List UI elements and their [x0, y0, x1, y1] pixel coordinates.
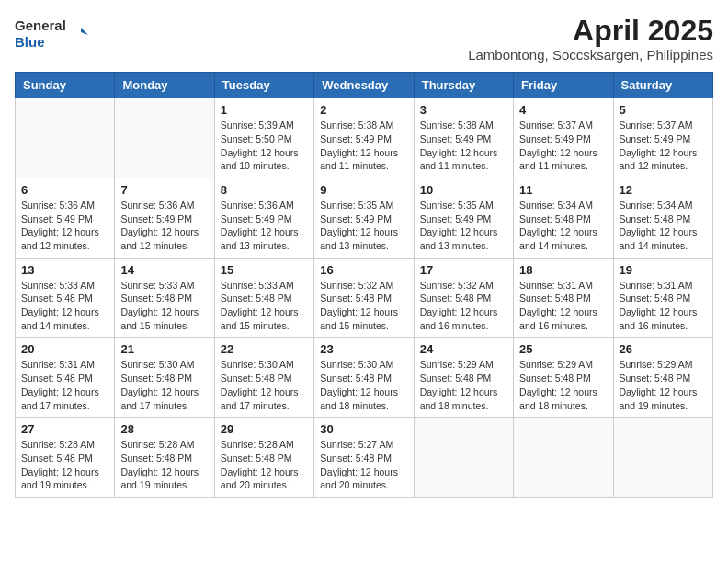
day-info: Sunrise: 5:28 AMSunset: 5:48 PMDaylight:…	[120, 438, 208, 492]
day-cell-23: 23Sunrise: 5:30 AMSunset: 5:48 PMDayligh…	[314, 338, 414, 418]
day-number: 18	[519, 263, 607, 277]
day-cell-22: 22Sunrise: 5:30 AMSunset: 5:48 PMDayligh…	[214, 338, 313, 418]
day-info: Sunrise: 5:33 AMSunset: 5:48 PMDaylight:…	[120, 279, 208, 333]
day-cell-21: 21Sunrise: 5:30 AMSunset: 5:48 PMDayligh…	[115, 338, 214, 418]
empty-cell	[613, 418, 712, 498]
day-info: Sunrise: 5:33 AMSunset: 5:48 PMDaylight:…	[221, 279, 308, 333]
day-cell-18: 18Sunrise: 5:31 AMSunset: 5:48 PMDayligh…	[514, 258, 613, 338]
day-info: Sunrise: 5:27 AMSunset: 5:48 PMDaylight:…	[320, 438, 407, 492]
day-number: 11	[519, 183, 607, 197]
day-number: 25	[519, 342, 607, 356]
svg-text:Blue: Blue	[15, 34, 45, 50]
day-cell-8: 8Sunrise: 5:36 AMSunset: 5:49 PMDaylight…	[214, 178, 313, 258]
day-info: Sunrise: 5:32 AMSunset: 5:48 PMDaylight:…	[320, 279, 407, 333]
weekday-header-friday: Friday	[514, 73, 613, 98]
logo-svg: General Blue	[15, 15, 88, 52]
day-cell-11: 11Sunrise: 5:34 AMSunset: 5:48 PMDayligh…	[514, 178, 613, 258]
calendar-row: 20Sunrise: 5:31 AMSunset: 5:48 PMDayligh…	[16, 338, 713, 418]
header: General Blue April 2025 Lambontong, Socc…	[15, 15, 713, 63]
day-cell-1: 1Sunrise: 5:39 AMSunset: 5:50 PMDaylight…	[214, 98, 313, 178]
day-cell-30: 30Sunrise: 5:27 AMSunset: 5:48 PMDayligh…	[314, 418, 414, 498]
day-cell-17: 17Sunrise: 5:32 AMSunset: 5:48 PMDayligh…	[414, 258, 513, 338]
day-info: Sunrise: 5:35 AMSunset: 5:49 PMDaylight:…	[320, 199, 407, 253]
day-number: 6	[21, 183, 108, 197]
day-cell-7: 7Sunrise: 5:36 AMSunset: 5:49 PMDaylight…	[115, 178, 214, 258]
day-number: 10	[420, 183, 507, 197]
day-info: Sunrise: 5:34 AMSunset: 5:48 PMDaylight:…	[519, 199, 607, 253]
day-number: 20	[21, 342, 108, 356]
weekday-header-sunday: Sunday	[16, 73, 115, 98]
day-info: Sunrise: 5:29 AMSunset: 5:48 PMDaylight:…	[620, 358, 707, 412]
weekday-header-thursday: Thursday	[414, 73, 513, 98]
day-number: 9	[320, 183, 407, 197]
day-number: 22	[221, 342, 308, 356]
day-info: Sunrise: 5:36 AMSunset: 5:49 PMDaylight:…	[21, 199, 108, 253]
day-info: Sunrise: 5:38 AMSunset: 5:49 PMDaylight:…	[320, 119, 407, 173]
title-area: April 2025 Lambontong, Soccsksargen, Phi…	[468, 15, 713, 63]
day-info: Sunrise: 5:36 AMSunset: 5:49 PMDaylight:…	[221, 199, 308, 253]
day-info: Sunrise: 5:36 AMSunset: 5:49 PMDaylight:…	[120, 199, 208, 253]
day-cell-16: 16Sunrise: 5:32 AMSunset: 5:48 PMDayligh…	[314, 258, 414, 338]
calendar-row: 27Sunrise: 5:28 AMSunset: 5:48 PMDayligh…	[16, 418, 713, 498]
day-cell-9: 9Sunrise: 5:35 AMSunset: 5:49 PMDaylight…	[314, 178, 414, 258]
day-number: 2	[320, 103, 407, 117]
day-info: Sunrise: 5:30 AMSunset: 5:48 PMDaylight:…	[320, 358, 407, 412]
day-number: 17	[420, 263, 507, 277]
day-cell-14: 14Sunrise: 5:33 AMSunset: 5:48 PMDayligh…	[115, 258, 214, 338]
day-info: Sunrise: 5:32 AMSunset: 5:48 PMDaylight:…	[420, 279, 507, 333]
day-info: Sunrise: 5:28 AMSunset: 5:48 PMDaylight:…	[21, 438, 108, 492]
day-number: 30	[320, 422, 407, 436]
day-number: 19	[620, 263, 707, 277]
day-cell-24: 24Sunrise: 5:29 AMSunset: 5:48 PMDayligh…	[414, 338, 513, 418]
day-cell-15: 15Sunrise: 5:33 AMSunset: 5:48 PMDayligh…	[214, 258, 313, 338]
day-info: Sunrise: 5:28 AMSunset: 5:48 PMDaylight:…	[221, 438, 308, 492]
calendar-row: 13Sunrise: 5:33 AMSunset: 5:48 PMDayligh…	[16, 258, 713, 338]
day-info: Sunrise: 5:29 AMSunset: 5:48 PMDaylight:…	[420, 358, 507, 412]
day-number: 28	[120, 422, 208, 436]
weekday-header-monday: Monday	[115, 73, 214, 98]
day-info: Sunrise: 5:33 AMSunset: 5:48 PMDaylight:…	[21, 279, 108, 333]
day-cell-28: 28Sunrise: 5:28 AMSunset: 5:48 PMDayligh…	[115, 418, 214, 498]
location-title: Lambontong, Soccsksargen, Philippines	[468, 47, 713, 63]
day-number: 29	[221, 422, 308, 436]
svg-text:General: General	[15, 17, 66, 33]
day-cell-6: 6Sunrise: 5:36 AMSunset: 5:49 PMDaylight…	[16, 178, 115, 258]
day-info: Sunrise: 5:35 AMSunset: 5:49 PMDaylight:…	[420, 199, 507, 253]
day-info: Sunrise: 5:37 AMSunset: 5:49 PMDaylight:…	[620, 119, 707, 173]
day-number: 16	[320, 263, 407, 277]
day-cell-3: 3Sunrise: 5:38 AMSunset: 5:49 PMDaylight…	[414, 98, 513, 178]
day-cell-29: 29Sunrise: 5:28 AMSunset: 5:48 PMDayligh…	[214, 418, 313, 498]
day-info: Sunrise: 5:37 AMSunset: 5:49 PMDaylight:…	[519, 119, 607, 173]
day-number: 23	[320, 342, 407, 356]
empty-cell	[115, 98, 214, 178]
weekday-header-tuesday: Tuesday	[214, 73, 313, 98]
day-info: Sunrise: 5:30 AMSunset: 5:48 PMDaylight:…	[221, 358, 308, 412]
day-number: 1	[221, 103, 308, 117]
day-cell-2: 2Sunrise: 5:38 AMSunset: 5:49 PMDaylight…	[314, 98, 414, 178]
day-cell-19: 19Sunrise: 5:31 AMSunset: 5:48 PMDayligh…	[613, 258, 712, 338]
day-info: Sunrise: 5:29 AMSunset: 5:48 PMDaylight:…	[519, 358, 607, 412]
calendar-row: 1Sunrise: 5:39 AMSunset: 5:50 PMDaylight…	[16, 98, 713, 178]
day-info: Sunrise: 5:31 AMSunset: 5:48 PMDaylight:…	[21, 358, 108, 412]
day-number: 14	[120, 263, 208, 277]
day-info: Sunrise: 5:39 AMSunset: 5:50 PMDaylight:…	[221, 119, 308, 173]
calendar-row: 6Sunrise: 5:36 AMSunset: 5:49 PMDaylight…	[16, 178, 713, 258]
day-info: Sunrise: 5:34 AMSunset: 5:48 PMDaylight:…	[620, 199, 707, 253]
day-number: 13	[21, 263, 108, 277]
day-number: 26	[620, 342, 707, 356]
day-number: 21	[120, 342, 208, 356]
day-info: Sunrise: 5:31 AMSunset: 5:48 PMDaylight:…	[519, 279, 607, 333]
month-title: April 2025	[468, 15, 713, 47]
day-cell-26: 26Sunrise: 5:29 AMSunset: 5:48 PMDayligh…	[613, 338, 712, 418]
day-number: 8	[221, 183, 308, 197]
day-cell-12: 12Sunrise: 5:34 AMSunset: 5:48 PMDayligh…	[613, 178, 712, 258]
day-number: 27	[21, 422, 108, 436]
weekday-header-row: SundayMondayTuesdayWednesdayThursdayFrid…	[16, 73, 713, 98]
day-info: Sunrise: 5:30 AMSunset: 5:48 PMDaylight:…	[120, 358, 208, 412]
day-number: 5	[620, 103, 707, 117]
day-cell-20: 20Sunrise: 5:31 AMSunset: 5:48 PMDayligh…	[16, 338, 115, 418]
weekday-header-saturday: Saturday	[613, 73, 712, 98]
day-number: 24	[420, 342, 507, 356]
empty-cell	[514, 418, 613, 498]
day-number: 4	[519, 103, 607, 117]
